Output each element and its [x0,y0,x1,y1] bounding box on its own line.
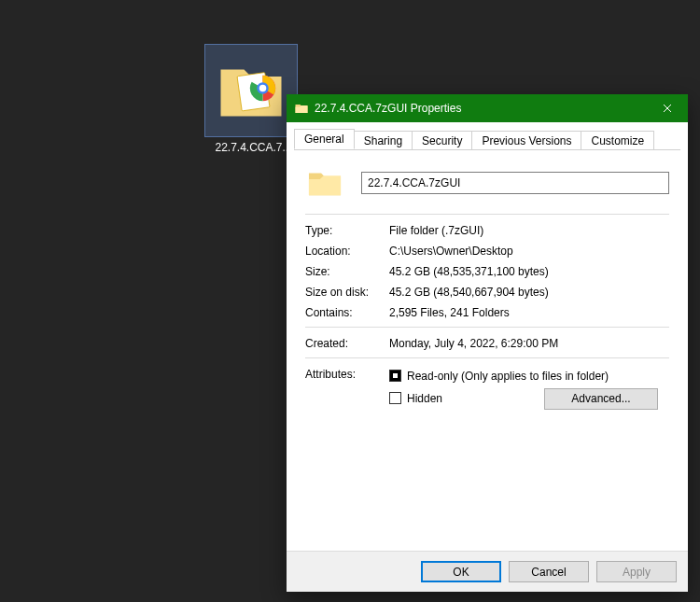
tabstrip: General Sharing Security Previous Versio… [287,122,688,149]
value-sizeondisk: 45.2 GB (48,540,667,904 bytes) [389,286,669,299]
value-contains: 2,595 Files, 241 Folders [389,306,669,319]
value-created: Monday, July 4, 2022, 6:29:00 PM [389,337,669,350]
titlebar[interactable]: 22.7.4.CCA.7zGUI Properties [287,94,688,122]
separator [305,327,669,328]
close-icon [663,104,672,113]
close-button[interactable] [647,94,688,122]
dialog-title: 22.7.4.CCA.7zGUI Properties [315,102,647,115]
apply-button[interactable]: Apply [596,561,677,582]
ok-button[interactable]: OK [421,561,501,582]
checkbox-icon [389,370,401,382]
value-size: 45.2 GB (48,535,371,100 bytes) [389,265,669,278]
folder-icon [305,163,344,203]
cancel-button[interactable]: Cancel [509,561,589,582]
tab-sharing[interactable]: Sharing [354,131,413,150]
properties-dialog: 22.7.4.CCA.7zGUI Properties General Shar… [287,94,688,592]
label-created: Created: [305,337,389,350]
label-type: Type: [305,224,389,237]
separator [305,357,669,358]
folder-icon [214,53,288,128]
tab-customize[interactable]: Customize [581,131,654,150]
checkbox-hidden-label: Hidden [407,392,442,405]
value-type: File folder (.7zGUI) [389,224,669,237]
checkbox-readonly[interactable]: Read-only (Only applies to files in fold… [389,370,609,383]
checkbox-readonly-label: Read-only (Only applies to files in fold… [407,370,609,383]
label-location: Location: [305,245,389,258]
label-sizeondisk: Size on disk: [305,286,389,299]
desktop-icon-highlight [204,44,298,137]
separator [305,214,669,215]
value-location: C:\Users\Owner\Desktop [389,245,669,258]
folder-icon [294,101,309,116]
label-attributes: Attributes: [305,368,389,407]
label-contains: Contains: [305,306,389,319]
checkbox-hidden[interactable]: Hidden [389,392,442,405]
tab-previous-versions[interactable]: Previous Versions [471,131,581,150]
dialog-footer: OK Cancel Apply [287,551,688,592]
advanced-button[interactable]: Advanced... [544,388,658,410]
svg-point-3 [259,85,267,92]
tabpanel-general: Type:File folder (.7zGUI) Location:C:\Us… [294,149,680,543]
label-size: Size: [305,265,389,278]
tab-security[interactable]: Security [412,131,472,150]
tab-general[interactable]: General [294,129,355,149]
checkbox-icon [389,392,401,404]
folder-name-input[interactable] [361,172,669,194]
